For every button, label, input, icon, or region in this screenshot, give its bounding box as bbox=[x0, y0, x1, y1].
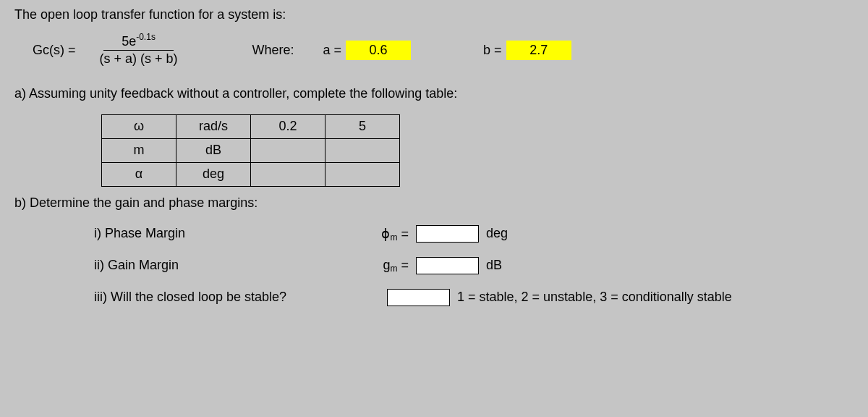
cell-m-v2[interactable] bbox=[326, 138, 400, 162]
cell-alpha-unit: deg bbox=[176, 162, 251, 186]
stability-label: iii) Will the closed loop be stable? bbox=[94, 290, 340, 305]
stability-hint: 1 = stable, 2 = unstable, 3 = conditiona… bbox=[457, 290, 732, 305]
part-a-text: a) Assuming unity feedback without a con… bbox=[14, 86, 854, 101]
intro-text: The open loop transfer function for a sy… bbox=[14, 7, 854, 22]
cell-omega-v1: 0.2 bbox=[251, 114, 326, 138]
gm-unit: dB bbox=[486, 258, 502, 273]
pm-label: i) Phase Margin bbox=[94, 226, 369, 241]
fraction: 5e-0.1s (s + a) (s + b) bbox=[82, 33, 196, 68]
where-label: Where: bbox=[252, 43, 294, 58]
pm-subscript: m bbox=[390, 232, 397, 243]
pm-unit: deg bbox=[486, 226, 508, 241]
gain-margin-row: ii) Gain Margin gm = dB bbox=[94, 257, 854, 274]
gm-subscript: m bbox=[390, 264, 397, 274]
table-row: ω rad/s 0.2 5 bbox=[102, 114, 400, 138]
denominator: (s + a) (s + b) bbox=[82, 51, 196, 67]
phase-margin-row: i) Phase Margin ɸm = deg bbox=[94, 225, 854, 243]
cell-omega-label: ω bbox=[102, 114, 176, 138]
a-value: 0.6 bbox=[346, 41, 411, 60]
gm-equals: = bbox=[401, 258, 409, 272]
cell-omega-v2: 5 bbox=[326, 114, 400, 138]
cell-m-unit: dB bbox=[176, 138, 251, 162]
gm-label: ii) Gain Margin bbox=[94, 258, 369, 273]
b-value: 2.7 bbox=[506, 41, 571, 60]
pm-symbol: ɸ bbox=[381, 227, 390, 241]
cell-alpha-v2[interactable] bbox=[326, 162, 400, 186]
pm-equals: = bbox=[401, 227, 409, 241]
stability-row: iii) Will the closed loop be stable? 1 =… bbox=[94, 289, 854, 306]
cell-alpha-v1[interactable] bbox=[251, 162, 326, 186]
gcs-lhs: Gc(s) = bbox=[33, 43, 76, 58]
pm-input[interactable] bbox=[416, 225, 479, 243]
transfer-function-row: Gc(s) = 5e-0.1s (s + a) (s + b) Where: a… bbox=[14, 33, 854, 68]
cell-m-label: m bbox=[102, 138, 176, 162]
table-row: m dB bbox=[102, 138, 400, 162]
data-table: ω rad/s 0.2 5 m dB α deg bbox=[101, 114, 400, 187]
cell-alpha-label: α bbox=[102, 162, 176, 186]
gm-input[interactable] bbox=[416, 257, 479, 274]
b-label: b = bbox=[483, 43, 502, 58]
cell-m-v1[interactable] bbox=[251, 138, 326, 162]
stability-input[interactable] bbox=[387, 289, 450, 306]
numerator-base: 5e bbox=[122, 34, 136, 49]
part-b-text: b) Determine the gain and phase margins: bbox=[14, 195, 854, 211]
cell-omega-unit: rad/s bbox=[176, 114, 251, 138]
gm-symbol: g bbox=[383, 258, 390, 272]
a-label: a = bbox=[323, 43, 342, 58]
numerator-exp: -0.1s bbox=[136, 32, 156, 42]
table-row: α deg bbox=[102, 162, 400, 186]
